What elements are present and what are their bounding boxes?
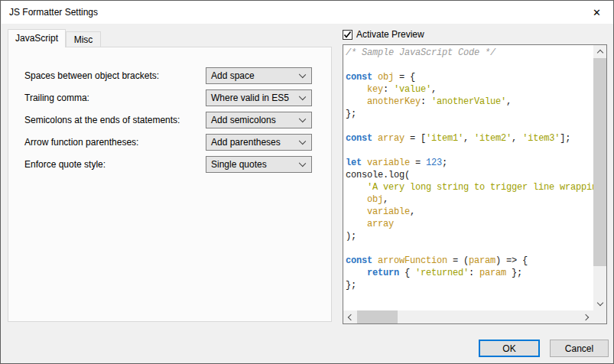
chevron-down-icon	[299, 115, 306, 122]
setting-row: Spaces between object brackets:Add space	[8, 67, 333, 84]
code-line: obj,	[346, 193, 593, 206]
code-line: anotherKey: 'anotherValue',	[346, 96, 593, 108]
vertical-scrollbar[interactable]	[593, 45, 606, 310]
setting-dropdown[interactable]: Add space	[206, 67, 312, 84]
chevron-down-icon	[596, 300, 603, 306]
ok-button[interactable]: OK	[479, 340, 540, 357]
setting-dropdown[interactable]: Add semicolons	[206, 112, 312, 128]
chevron-down-icon	[299, 138, 306, 145]
horizontal-scrollbar[interactable]	[343, 310, 593, 323]
close-button[interactable]: ✕	[580, 1, 614, 24]
setting-label: Enforce quote style:	[24, 156, 106, 173]
close-icon: ✕	[593, 7, 601, 18]
setting-label: Arrow function parentheses:	[24, 134, 138, 151]
code-line	[346, 145, 593, 157]
checkbox-box	[343, 30, 352, 40]
code-line	[346, 59, 593, 71]
code-line: const obj = {	[346, 71, 593, 83]
code-line	[346, 242, 593, 255]
window-title: JS Formatter Settings	[9, 1, 98, 24]
setting-row: Enforce quote style:Single quotes	[8, 156, 333, 173]
code-line: array	[346, 218, 593, 230]
code-preview: /* Sample JavaScript Code */ const obj =…	[346, 47, 593, 310]
scroll-right-button[interactable]	[580, 310, 593, 323]
vertical-scrollbar-thumb[interactable]	[593, 58, 606, 266]
code-line: 'A very long string to trigger line wrap…	[346, 181, 593, 193]
chevron-down-icon	[299, 160, 306, 167]
scroll-up-button[interactable]	[593, 45, 606, 58]
code-line	[346, 120, 593, 132]
setting-row: Semicolons at the ends of statements:Add…	[8, 112, 333, 128]
dialog-window: JS Formatter Settings ✕ JavaScript Misc …	[0, 0, 614, 364]
tab-page-javascript: Spaces between object brackets:Add space…	[8, 47, 332, 322]
scroll-left-button[interactable]	[343, 310, 356, 323]
tab-misc[interactable]: Misc	[66, 31, 101, 47]
checkmark-icon	[343, 31, 352, 39]
setting-row: Arrow function parentheses:Add parenthes…	[8, 134, 333, 151]
horizontal-scrollbar-thumb[interactable]	[357, 310, 398, 323]
checkbox-label: Activate Preview	[356, 29, 424, 40]
scroll-down-button[interactable]	[593, 297, 606, 310]
chevron-up-icon	[596, 50, 603, 56]
code-line: console.log(	[346, 169, 593, 181]
code-line: const array = ['item1', 'item2', 'item3'…	[346, 132, 593, 145]
chevron-down-icon	[299, 71, 306, 78]
code-line: let variable = 123;	[346, 157, 593, 169]
cancel-button[interactable]: Cancel	[550, 340, 609, 357]
code-line: return { 'returned': param };	[346, 267, 593, 279]
code-line: variable,	[346, 206, 593, 218]
setting-label: Spaces between object brackets:	[24, 67, 159, 84]
chevron-right-icon	[583, 314, 589, 320]
setting-label: Semicolons at the ends of statements:	[24, 112, 180, 128]
chevron-down-icon	[299, 93, 306, 100]
code-line: key: 'value',	[346, 83, 593, 96]
code-line: const arrowFunction = (param) => {	[346, 255, 593, 267]
setting-dropdown[interactable]: Single quotes	[206, 156, 312, 173]
code-line: };	[346, 279, 593, 291]
scrollbar-corner	[593, 310, 606, 323]
setting-dropdown[interactable]: Where valid in ES5	[206, 89, 312, 106]
preview-panel: /* Sample JavaScript Code */ const obj =…	[343, 44, 607, 324]
activate-preview-checkbox[interactable]: Activate Preview	[343, 28, 424, 41]
setting-label: Trailing comma:	[24, 89, 89, 106]
code-line: );	[346, 230, 593, 242]
chevron-left-icon	[348, 314, 354, 320]
code-line: /* Sample JavaScript Code */	[346, 47, 593, 59]
code-line: };	[346, 108, 593, 120]
tab-javascript[interactable]: JavaScript	[8, 29, 66, 47]
title-bar: JS Formatter Settings ✕	[2, 1, 614, 24]
setting-row: Trailing comma:Where valid in ES5	[8, 89, 333, 106]
setting-dropdown[interactable]: Add parentheses	[206, 134, 312, 151]
